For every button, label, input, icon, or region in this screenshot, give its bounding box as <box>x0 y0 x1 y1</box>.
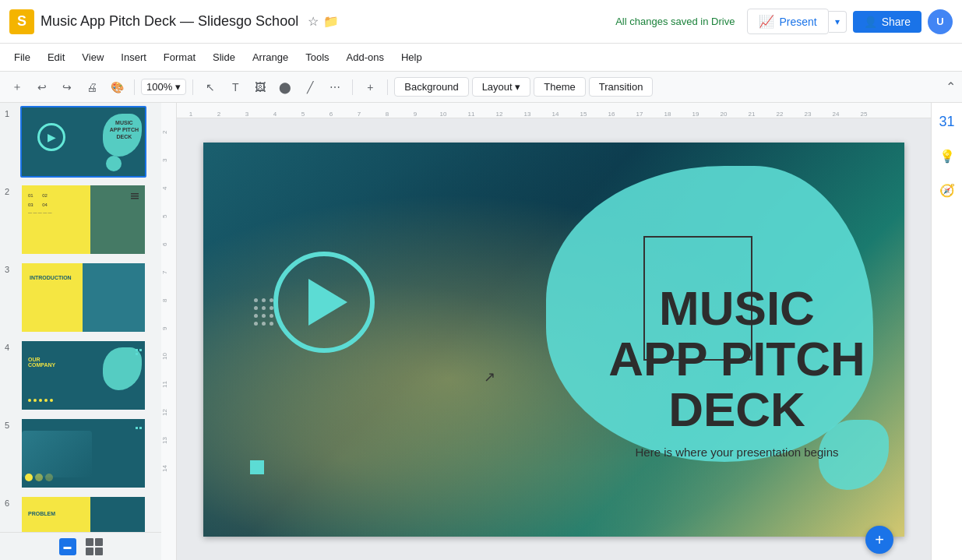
ruler-row: 1 2 3 4 5 6 7 8 9 10 11 12 13 14 15 16 1 <box>161 103 931 118</box>
menu-view[interactable]: View <box>74 48 111 66</box>
collapse-toolbar-button[interactable]: ⌃ <box>946 79 956 94</box>
layout-button[interactable]: Layout ▾ <box>472 77 531 97</box>
slide-item-5[interactable]: 5 <box>0 414 161 492</box>
s5-expand-icon <box>136 422 142 436</box>
share-button[interactable]: 👤 Share <box>853 11 921 33</box>
print-button[interactable]: 🖨 <box>81 76 103 98</box>
dot-2 <box>33 399 37 402</box>
separator-1 <box>134 79 135 95</box>
s5-dots <box>25 474 53 481</box>
tick-24: 24 <box>822 111 850 118</box>
present-dropdown[interactable]: ▾ <box>829 11 847 33</box>
tick-15: 15 <box>569 111 597 118</box>
slide-item-1[interactable]: 1 ▶ MUSICAPP PITCHDECK <box>0 103 161 181</box>
theme-button[interactable]: Theme <box>534 77 585 97</box>
tick-11: 11 <box>457 111 485 118</box>
single-view-icon[interactable]: ▬ <box>59 538 76 555</box>
s4-title: OURCOMPANY <box>28 357 55 368</box>
slide-num-3: 3 <box>5 262 17 274</box>
transition-button[interactable]: Transition <box>589 77 654 97</box>
tick-8: 8 <box>373 111 401 118</box>
slide-item-3[interactable]: 3 INTRODUCTION <box>0 259 161 336</box>
menu-format[interactable]: Format <box>156 48 203 66</box>
s3-background: INTRODUCTION <box>22 263 145 332</box>
tick-2: 2 <box>205 111 233 118</box>
text-tool[interactable]: T <box>224 76 246 98</box>
s4-dots <box>28 399 53 402</box>
floating-action-button[interactable]: + <box>865 526 893 554</box>
slide-thumb-4: OURCOMPANY <box>20 340 146 411</box>
menu-arrange[interactable]: Arrange <box>245 48 296 66</box>
tick-20: 20 <box>710 111 738 118</box>
slide-subtitle: Here is where your presentation begins <box>608 446 865 459</box>
chart-icon: 📈 <box>759 14 774 29</box>
grid-cell-4 <box>95 548 103 555</box>
svg-rect-2 <box>131 198 139 199</box>
saved-status: All changes saved in Drive <box>615 16 735 27</box>
slide-num-2: 2 <box>5 184 17 196</box>
grid-cell-3 <box>86 548 93 555</box>
vtick-3: 3 <box>161 146 168 174</box>
vtick-2: 2 <box>161 118 168 146</box>
menu-tools[interactable]: Tools <box>298 48 337 66</box>
slide-item-4[interactable]: 4 OURCOMPANY <box>0 336 161 414</box>
vtick-11: 11 <box>161 371 168 399</box>
calendar-icon[interactable]: 31 <box>935 109 960 134</box>
select-tool[interactable]: ↖ <box>199 76 221 98</box>
slide-thumb-3: INTRODUCTION <box>20 262 146 333</box>
slide-item-2[interactable]: 2 0102 0304 — — — — — <box>0 181 161 259</box>
background-button[interactable]: Background <box>394 77 468 97</box>
vtick-8: 8 <box>161 287 168 315</box>
lightbulb-icon[interactable]: 💡 <box>935 143 960 168</box>
redo-button[interactable]: ↪ <box>56 76 78 98</box>
undo-button[interactable]: ↩ <box>31 76 53 98</box>
vtick-6: 6 <box>161 231 168 259</box>
s1-background: ▶ MUSICAPP PITCHDECK <box>22 107 145 176</box>
star-icon[interactable]: ☆ <box>308 14 319 29</box>
menu-edit[interactable]: Edit <box>40 48 72 66</box>
zoom-value: 100% <box>146 81 172 93</box>
menu-addons[interactable]: Add-ons <box>339 48 392 66</box>
menu-insert[interactable]: Insert <box>113 48 154 66</box>
slide-thumb-5 <box>20 417 146 489</box>
decoration-dots <box>254 298 273 326</box>
add-element[interactable]: + <box>359 76 381 98</box>
svg-rect-4 <box>139 349 142 351</box>
s5-dot-3 <box>45 474 53 481</box>
paint-format-button[interactable]: 🎨 <box>106 76 128 98</box>
s5-background <box>22 419 145 488</box>
ruler-vertical: 2 3 4 5 6 7 8 9 10 11 12 13 14 <box>161 118 177 560</box>
folder-icon[interactable]: 📁 <box>323 14 339 29</box>
vtick-12: 12 <box>161 399 168 427</box>
menu-file[interactable]: File <box>6 48 38 66</box>
menu-slide[interactable]: Slide <box>205 48 243 66</box>
s3-label: INTRODUCTION <box>30 275 72 280</box>
slide-canvas[interactable]: MUSIC APP PITCH DECK Here is where your … <box>177 118 931 560</box>
zoom-control[interactable]: 100% ▾ <box>141 79 186 95</box>
slide-thumb-content-4: OURCOMPANY <box>22 341 145 410</box>
shape-tool[interactable]: ⬤ <box>274 76 296 98</box>
grid-view-icon[interactable] <box>86 538 103 555</box>
add-button[interactable]: ＋ <box>6 76 28 98</box>
vtick-4: 4 <box>161 174 168 203</box>
image-tool[interactable]: 🖼 <box>249 76 271 98</box>
svg-rect-6 <box>136 427 138 429</box>
avatar[interactable]: U <box>928 9 953 34</box>
s5-dot-1 <box>25 474 33 481</box>
present-btn-group: 📈 Present ▾ <box>747 9 846 34</box>
dots-row-2 <box>254 306 273 310</box>
canvas-with-ruler: 2 3 4 5 6 7 8 9 10 11 12 13 14 <box>161 118 931 560</box>
menu-help[interactable]: Help <box>393 48 430 66</box>
line-tool[interactable]: ╱ <box>299 76 321 98</box>
tick-19: 19 <box>682 111 710 118</box>
more-tools[interactable]: ⋯ <box>324 76 346 98</box>
grid-cell-2 <box>95 538 103 546</box>
tick-12: 12 <box>485 111 513 118</box>
tick-13: 13 <box>513 111 541 118</box>
dot-5 <box>50 399 53 402</box>
present-button[interactable]: 📈 Present <box>747 9 828 34</box>
menu-bar: File Edit View Insert Format Slide Arran… <box>0 44 962 72</box>
slide-thumb-content-5 <box>22 419 145 488</box>
compass-icon[interactable]: 🧭 <box>935 178 960 203</box>
slides-panel: 1 ▶ MUSICAPP PITCHDECK 2 <box>0 103 161 560</box>
